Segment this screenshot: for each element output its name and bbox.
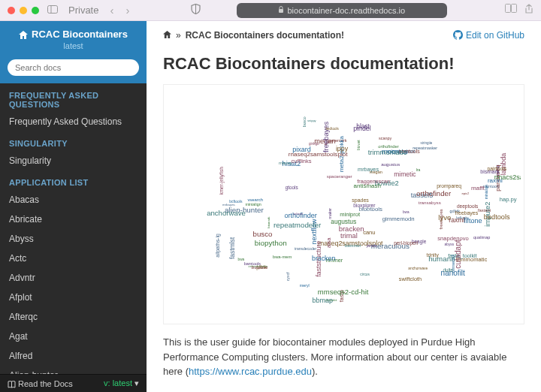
svg-text:repeatmodeler: repeatmodeler — [274, 221, 322, 229]
sidebar-item[interactable]: Abacas — [0, 190, 147, 210]
main-content[interactable]: » RCAC Biocontainers documentation! Edit… — [147, 21, 541, 392]
svg-text:spaceranger: spaceranger — [326, 173, 352, 179]
maximize-window-button[interactable] — [32, 7, 39, 14]
svg-text:epic2: epic2 — [461, 191, 470, 195]
sidebar-item[interactable]: Frequently Asked Questions — [0, 112, 147, 131]
svg-text:mauve: mauve — [278, 161, 292, 165]
url-text: biocontainer-doc.readthedocs.io — [287, 6, 405, 15]
sidebar-item[interactable]: Actc — [0, 249, 147, 268]
sidebar-item[interactable]: Abyss — [0, 229, 147, 249]
share-icon[interactable] — [524, 4, 533, 17]
svg-text:qualimap: qualimap — [473, 235, 490, 240]
sidebar-heading: SINGULARITY — [0, 131, 147, 151]
breadcrumb-current: RCAC Biocontainers documentation! — [186, 30, 344, 41]
svg-text:biowet: biowet — [357, 140, 361, 150]
version-switcher[interactable]: v: latest — [104, 378, 132, 387]
sidebar-item[interactable]: Afterqc — [0, 307, 147, 327]
svg-text:trimal: trimal — [340, 232, 358, 240]
svg-text:busco: busco — [252, 230, 272, 238]
svg-text:rmacs2samstoolsplot: rmacs2samstoolsplot — [494, 173, 520, 181]
privacy-shield-icon[interactable] — [191, 4, 201, 17]
reader-icon[interactable] — [505, 4, 517, 17]
svg-text:freebayes: freebayes — [455, 210, 478, 216]
svg-text:biopython: biopython — [254, 239, 286, 247]
svg-text:canu: canu — [363, 229, 375, 236]
sidebar-item[interactable]: Advntr — [0, 268, 147, 288]
svg-text:bedtools: bedtools — [325, 127, 339, 131]
github-icon — [453, 30, 463, 41]
sidebar: RCAC Biocontainers latest FREQUENTLY ASK… — [0, 21, 147, 392]
rtd-footer[interactable]: Read the Docs v: latest ▾ — [0, 374, 147, 392]
svg-text:trimmomatic: trimmomatic — [367, 148, 407, 156]
svg-text:swiftcloth: swiftcloth — [398, 276, 421, 282]
svg-text:bracken: bracken — [311, 255, 334, 262]
back-button[interactable]: ‹ — [107, 4, 116, 17]
sidebar-item[interactable]: Abricate — [0, 210, 147, 229]
svg-text:stringtie: stringtie — [420, 141, 432, 145]
svg-text:orthofinder: orthofinder — [416, 189, 451, 198]
private-label: Private — [66, 5, 101, 16]
svg-text:jwindo: jwindo — [365, 244, 376, 248]
svg-text:transdecoder: transdecoder — [294, 246, 316, 251]
svg-text:anchorwave: anchorwave — [207, 209, 246, 217]
rcac-link[interactable]: https://www.rcac.purdue.edu — [189, 366, 312, 377]
svg-text:busco: busco — [301, 116, 306, 127]
breadcrumb-home-icon[interactable] — [163, 30, 171, 41]
svg-text:bwa-mem: bwa-mem — [272, 255, 292, 259]
svg-text:circos: circos — [360, 273, 370, 276]
svg-text:maker: maker — [328, 208, 332, 219]
wordcloud-image: orthofindermeganbwaanchorwavecutadaptmrb… — [163, 84, 524, 324]
svg-text:ippy: ippy — [335, 145, 348, 152]
svg-text:prompareq: prompareq — [437, 183, 461, 189]
svg-text:perl-bioperl: perl-bioperl — [394, 240, 418, 246]
sidebar-nav[interactable]: FREQUENTLY ASKED QUESTIONSFrequently Ask… — [0, 83, 147, 374]
sidebar-item[interactable]: Singularity — [0, 151, 147, 170]
svg-text:lra: lra — [416, 167, 420, 172]
sidebar-heading: FREQUENTLY ASKED QUESTIONS — [0, 83, 147, 112]
breadcrumb-sep: » — [176, 30, 181, 41]
svg-text:cufflinks: cufflinks — [291, 158, 311, 164]
close-window-button[interactable] — [8, 7, 15, 14]
svg-text:anchorwave: anchorwave — [408, 267, 428, 270]
svg-text:fastmlst: fastmlst — [228, 237, 235, 259]
sidebar-item[interactable]: Alien-hunter — [0, 366, 147, 374]
svg-text:fastani: fastani — [478, 208, 491, 213]
svg-rect-5 — [512, 5, 517, 13]
svg-rect-0 — [48, 6, 58, 14]
sidebar-item[interactable]: Alfred — [0, 346, 147, 366]
breadcrumb: » RCAC Biocontainers documentation! — [163, 30, 344, 41]
svg-text:miniprot: miniprot — [340, 211, 361, 218]
sidebar-header[interactable]: RCAC Biocontainers latest — [0, 21, 147, 55]
svg-text:antismash: antismash — [353, 182, 380, 189]
svg-text:bismark: bismark — [267, 216, 270, 228]
search-input[interactable] — [8, 59, 139, 76]
svg-text:mmseqs2-cd-hit: mmseqs2-cd-hit — [317, 288, 368, 296]
svg-text:bamtools: bamtools — [243, 261, 261, 266]
home-icon — [19, 29, 28, 40]
svg-text:bbmap: bbmap — [312, 297, 333, 304]
address-bar[interactable]: biocontainer-doc.readthedocs.io — [237, 3, 447, 18]
svg-text:cutadapt: cutadapt — [453, 240, 461, 269]
svg-text:kmer-jellyfish: kmer-jellyfish — [218, 167, 224, 195]
svg-text:hap.py: hap.py — [499, 196, 516, 203]
svg-text:minialign: minialign — [245, 202, 261, 207]
svg-text:raxml: raxml — [449, 216, 464, 224]
svg-text:allpaths-lg: allpaths-lg — [214, 234, 220, 258]
svg-text:scanpy: scanpy — [378, 136, 391, 140]
edit-on-github-link[interactable]: Edit on GitHub — [453, 30, 524, 41]
svg-text:transabyss: transabyss — [418, 200, 440, 205]
svg-text:pindel: pindel — [353, 125, 371, 132]
svg-text:deeptools: deeptools — [457, 204, 479, 210]
svg-text:cyvcf: cyvcf — [286, 272, 290, 281]
minimize-window-button[interactable] — [20, 7, 27, 14]
rtd-label: Read the Docs — [18, 379, 73, 388]
sidebar-item[interactable]: Agat — [0, 327, 147, 346]
svg-text:bedtools: bedtools — [483, 213, 509, 221]
svg-text:mimetic: mimetic — [394, 170, 416, 178]
forward-button[interactable]: › — [122, 4, 132, 17]
sidebar-item[interactable]: Afplot — [0, 288, 147, 307]
svg-text:bammer: bammer — [344, 243, 361, 248]
sidebar-toggle-icon[interactable] — [45, 5, 60, 16]
project-version: latest — [6, 41, 141, 50]
window-controls — [8, 7, 39, 14]
